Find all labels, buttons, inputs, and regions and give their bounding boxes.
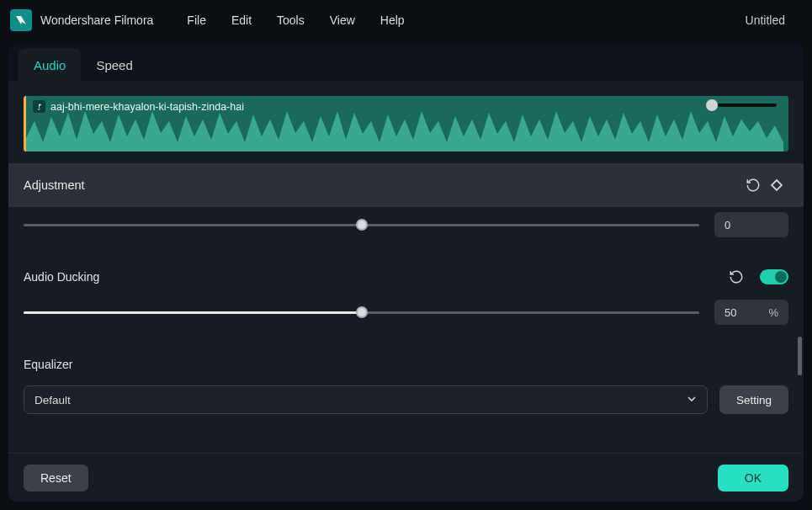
app-name: Wondershare Filmora bbox=[40, 13, 153, 27]
ducking-slider[interactable] bbox=[24, 311, 699, 314]
adjustment-keyframe-icon[interactable] bbox=[765, 173, 788, 197]
equalizer-title: Equalizer bbox=[24, 358, 72, 371]
equalizer-control: Equalizer bbox=[8, 342, 804, 382]
adjustment-title: Adjustment bbox=[24, 178, 85, 192]
menu-help[interactable]: Help bbox=[380, 13, 405, 27]
adjustment-value[interactable]: 0 bbox=[714, 212, 788, 237]
ducking-toggle[interactable] bbox=[760, 269, 788, 284]
tab-audio[interactable]: Audio bbox=[19, 48, 81, 81]
menu-tools[interactable]: Tools bbox=[277, 13, 305, 27]
panel-footer: Reset OK bbox=[8, 453, 804, 502]
equalizer-selected: Default bbox=[34, 394, 71, 406]
audio-panel: Audio Speed aaj-bhi-mere-khayalon-ki-tap… bbox=[8, 44, 804, 502]
menu-items: File Edit Tools View Help bbox=[187, 13, 404, 27]
menu-file[interactable]: File bbox=[187, 13, 206, 27]
ducking-reset-icon[interactable] bbox=[724, 265, 748, 289]
tab-speed[interactable]: Speed bbox=[81, 48, 147, 81]
menu-view[interactable]: View bbox=[330, 13, 355, 27]
clip-name: aaj-bhi-mere-khayalon-ki-tapish-zinda-ha… bbox=[50, 101, 244, 113]
adjustment-reset-icon[interactable] bbox=[741, 173, 765, 197]
clip-label: aaj-bhi-mere-khayalon-ki-tapish-zinda-ha… bbox=[33, 100, 244, 113]
app-logo-icon bbox=[10, 9, 32, 31]
menu-edit[interactable]: Edit bbox=[231, 13, 252, 27]
ducking-control: Audio Ducking 50 % bbox=[8, 254, 804, 342]
scrollbar-thumb[interactable] bbox=[798, 337, 802, 375]
reset-button[interactable]: Reset bbox=[24, 465, 88, 491]
adjustment-control: 0 bbox=[8, 207, 804, 254]
clip-area: aaj-bhi-mere-khayalon-ki-tapish-zinda-ha… bbox=[8, 81, 804, 163]
music-note-icon bbox=[33, 100, 45, 113]
audio-clip[interactable]: aaj-bhi-mere-khayalon-ki-tapish-zinda-ha… bbox=[24, 96, 788, 151]
fade-line bbox=[718, 104, 777, 107]
equalizer-setting-button[interactable]: Setting bbox=[719, 385, 788, 414]
fade-handle[interactable] bbox=[706, 99, 777, 111]
adjustment-header: Adjustment bbox=[8, 163, 804, 207]
app-brand: Wondershare Filmora bbox=[10, 9, 153, 31]
fade-knob-icon bbox=[706, 99, 718, 111]
equalizer-preset-select[interactable]: Default bbox=[24, 385, 708, 414]
top-menubar: Wondershare Filmora File Edit Tools View… bbox=[0, 0, 812, 40]
ok-button[interactable]: OK bbox=[718, 465, 788, 491]
panel-content: aaj-bhi-mere-khayalon-ki-tapish-zinda-ha… bbox=[8, 81, 804, 453]
adjustment-slider[interactable] bbox=[24, 224, 699, 226]
tab-strip: Audio Speed bbox=[8, 44, 804, 81]
chevron-down-icon bbox=[687, 394, 697, 406]
document-title: Untitled bbox=[746, 13, 785, 27]
ducking-title: Audio Ducking bbox=[24, 270, 99, 284]
ducking-value[interactable]: 50 % bbox=[714, 300, 788, 325]
